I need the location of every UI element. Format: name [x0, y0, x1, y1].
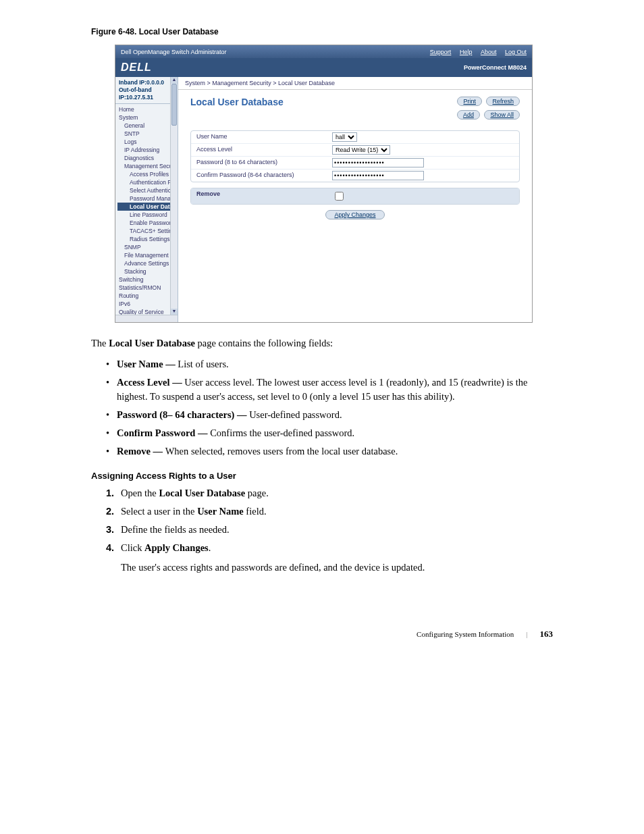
field-bullet-list: User Name — List of users.Access Level —…: [117, 357, 553, 459]
link-help[interactable]: Help: [460, 49, 473, 55]
tree-item[interactable]: Enable Passwor: [117, 219, 178, 227]
dell-logo: DELL: [121, 61, 152, 74]
inband-ip: Inband IP:0.0.0.0: [119, 79, 174, 86]
page-title: Local User Database: [190, 97, 284, 107]
link-logout[interactable]: Log Out: [505, 49, 527, 55]
window-titlebar: Dell OpenManage Switch Administrator Sup…: [115, 45, 532, 58]
label-remove: Remove: [191, 188, 327, 204]
remove-form: Remove: [190, 188, 520, 205]
tree-item[interactable]: Select Authentic: [117, 186, 178, 194]
intro-bold: Local User Database: [109, 338, 195, 348]
user-form: User Name hall Access Level Read Write (…: [190, 130, 520, 182]
step-item: Select a user in the User Name field.: [117, 504, 553, 519]
tree-item[interactable]: Stacking: [117, 267, 178, 276]
tree-item[interactable]: IPv6: [117, 300, 178, 308]
showall-button[interactable]: Show All: [484, 110, 520, 120]
print-button[interactable]: Print: [457, 97, 482, 106]
intro-suffix: page contains the following fields:: [195, 338, 333, 348]
tree-item[interactable]: Management Secur: [117, 162, 178, 170]
link-about[interactable]: About: [481, 49, 497, 55]
refresh-button[interactable]: Refresh: [486, 97, 520, 106]
tree-item[interactable]: Home: [117, 105, 178, 113]
intro-paragraph: The Local User Database page contains th…: [91, 336, 553, 350]
logo-bar: DELL PowerConnect M8024: [115, 58, 532, 77]
label-accesslevel: Access Level: [191, 144, 327, 156]
step-item: Open the Local User Database page.: [117, 486, 553, 500]
intro-prefix: The: [91, 338, 109, 348]
footer-section: Configuring System Information: [417, 630, 514, 638]
figure-caption: Figure 6-48. Local User Database: [91, 27, 553, 36]
sidebar-scrollbar-h[interactable]: [115, 315, 178, 322]
bullet-item: Remove — When selected, removes users fr…: [117, 444, 553, 459]
section-heading: Assigning Access Rights to a User: [91, 471, 553, 481]
step-item: Define the fields as needed.: [117, 523, 553, 537]
link-support[interactable]: Support: [430, 49, 452, 55]
bullet-item: Confirm Password — Confirms the user-def…: [117, 426, 553, 440]
checkbox-remove[interactable]: [335, 192, 344, 201]
tree-item[interactable]: System: [117, 113, 178, 122]
label-username: User Name: [191, 131, 327, 143]
page-footer: Configuring System Information | 163: [91, 629, 553, 640]
breadcrumb: System > Management Security > Local Use…: [178, 77, 532, 90]
footer-divider: |: [526, 630, 527, 638]
content-pane: System > Management Security > Local Use…: [178, 77, 532, 322]
bullet-item: Password (8– 64 characters) — User-defin…: [117, 408, 553, 422]
tree-item[interactable]: SNMP: [117, 243, 178, 251]
outband-ip: Out-of-band IP:10.27.5.31: [119, 86, 174, 101]
tree-item[interactable]: Local User Data: [117, 203, 178, 211]
step-followup: The user's access rights and passwords a…: [121, 561, 553, 575]
sidebar-scrollbar[interactable]: ▲ ▼: [170, 77, 178, 315]
apply-changes-button[interactable]: Apply Changes: [325, 210, 384, 219]
tree-item[interactable]: Access Profiles: [117, 170, 178, 178]
select-accesslevel[interactable]: Read Write (15): [332, 145, 390, 155]
tree-item[interactable]: Routing: [117, 292, 178, 300]
action-buttons: Print Refresh Add Show All: [454, 97, 520, 124]
footer-page-number: 163: [540, 629, 554, 640]
tree-item[interactable]: Statistics/RMON: [117, 284, 178, 292]
tree-item[interactable]: Diagnostics: [117, 154, 178, 162]
tree-item[interactable]: Password Manag: [117, 194, 178, 203]
model-label: PowerConnect M8024: [464, 64, 527, 71]
scroll-thumb[interactable]: [171, 84, 177, 126]
tree-item[interactable]: TACACS+ Settin: [117, 227, 178, 235]
tree-item[interactable]: Advance Settings: [117, 259, 178, 267]
label-confirm: Confirm Password (8-64 characters): [191, 170, 327, 182]
tree-item[interactable]: General: [117, 122, 178, 130]
bullet-item: User Name — List of users.: [117, 357, 553, 371]
tree-item[interactable]: IP Addressing: [117, 146, 178, 154]
tree-item[interactable]: Logs: [117, 138, 178, 146]
input-confirm-password[interactable]: [332, 171, 424, 180]
bullet-item: Access Level — User access level. The lo…: [117, 375, 553, 404]
label-password: Password (8 to 64 characters): [191, 157, 327, 169]
tree-item[interactable]: Authentication P: [117, 178, 178, 186]
ip-info: Inband IP:0.0.0.0 Out-of-band IP:10.27.5…: [115, 77, 178, 104]
input-password[interactable]: [332, 158, 424, 167]
app-title: Dell OpenManage Switch Administrator: [121, 49, 227, 55]
tree-item[interactable]: Line Password: [117, 211, 178, 219]
select-username[interactable]: hall: [332, 132, 357, 142]
procedure-steps: Open the Local User Database page.Select…: [106, 486, 553, 555]
tree-item[interactable]: SNTP: [117, 130, 178, 138]
screenshot-local-user-database: Dell OpenManage Switch Administrator Sup…: [115, 45, 533, 323]
sidebar: Inband IP:0.0.0.0 Out-of-band IP:10.27.5…: [115, 77, 178, 322]
tree-item[interactable]: Switching: [117, 276, 178, 284]
tree-item[interactable]: Radius Settings: [117, 235, 178, 243]
titlebar-links: Support Help About Log Out: [423, 49, 527, 55]
tree-item[interactable]: File Management: [117, 251, 178, 259]
add-button[interactable]: Add: [457, 110, 480, 120]
nav-tree: HomeSystemGeneralSNTPLogsIP AddressingDi…: [115, 104, 178, 317]
step-item: Click Apply Changes.: [117, 541, 553, 555]
scroll-up-icon[interactable]: ▲: [171, 77, 178, 84]
